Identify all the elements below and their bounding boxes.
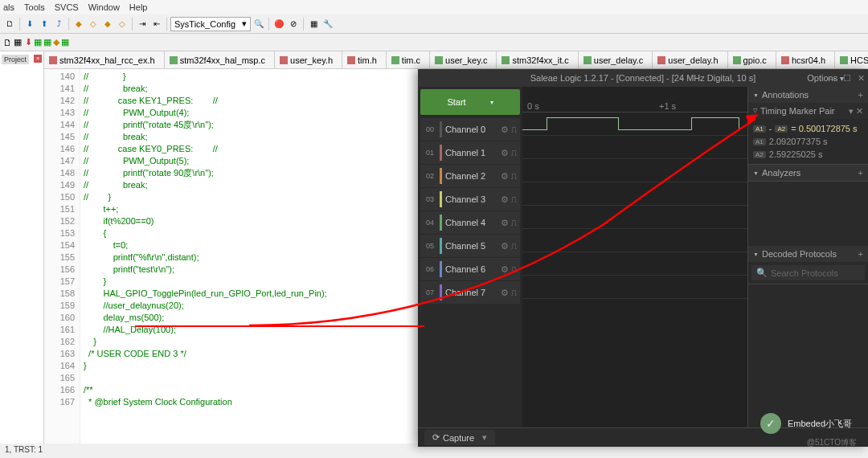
trigger-icon[interactable]: ⎍ [511, 218, 517, 228]
toolbar-1: 🗋 ⬇ ⬆ ⤴ ◆ ◇ ◆ ◇ ⇥ ⇤ SysTick_Config▾ 🔍 🔴 … [0, 14, 868, 34]
close-icon[interactable]: × [34, 55, 42, 63]
close-icon[interactable]: ✕ [858, 73, 865, 84]
indent-icon[interactable]: ⇥ [136, 18, 149, 31]
trigger-icon[interactable]: ⎍ [511, 241, 517, 251]
file-tab[interactable]: stm32f4xx_hal_rcc_ex.h [44, 51, 165, 68]
trigger-icon[interactable]: ⎍ [511, 264, 517, 275]
analyzers-panel-header[interactable]: ▼Analyzers+ [748, 165, 868, 181]
debug-icon[interactable]: 🔴 [272, 18, 285, 31]
channel-row[interactable]: 05Channel 5⚙⎍ [420, 235, 520, 257]
plus-icon[interactable]: + [858, 90, 863, 100]
project-panel: Project × [0, 51, 44, 444]
tool-icon[interactable]: 🗋 [3, 18, 16, 31]
trigger-icon[interactable]: ⎍ [511, 288, 517, 298]
file-tab[interactable]: HCSR04.c [835, 51, 868, 68]
file-tab[interactable]: hcsr04.h [776, 51, 835, 68]
timeline: 0 s +1 s [522, 87, 747, 112]
timing-value: A1-A2 = 0.500172875 s [753, 122, 863, 135]
trigger-icon[interactable]: ⎍ [511, 194, 517, 205]
line-gutter: 140 141 142 143 144 145 146 147 148 149 … [44, 69, 80, 444]
menu-item[interactable]: SVCS [55, 2, 79, 12]
capture-tab[interactable]: ⟳Capture▾ [424, 430, 495, 445]
file-tab[interactable]: user_key.h [275, 51, 342, 68]
file-tab[interactable]: tim.h [342, 51, 387, 68]
bookmark-icon[interactable]: ◆ [101, 18, 114, 31]
file-tab[interactable]: stm32f4xx_it.c [497, 51, 578, 68]
stop-icon[interactable]: ⊘ [287, 18, 300, 31]
saleae-titlebar: Saleae Logic 1.2.17 - [Connected] - [24 … [418, 69, 868, 87]
watermark: ✓ Embeded小飞哥 [760, 413, 852, 434]
gear-icon[interactable]: ⚙ [501, 264, 509, 275]
file-tab[interactable]: tim.c [387, 51, 430, 68]
channel-row[interactable]: 06Channel 6⚙⎍ [420, 258, 520, 280]
search-protocols-input[interactable]: 🔍Search Protocols [751, 265, 865, 280]
menu-bar: als Tools SVCS Window Help [0, 0, 868, 14]
file-tab[interactable]: stm32f4xx_hal_msp.c [165, 51, 275, 68]
wechat-icon: ✓ [760, 413, 781, 434]
target-icon[interactable]: ▦ [61, 37, 69, 47]
load-icon[interactable]: ⬇ [25, 37, 32, 47]
channel-row[interactable]: 02Channel 2⚙⎍ [420, 165, 520, 187]
start-button[interactable]: Start▾ [420, 89, 520, 115]
search-icon: 🔍 [756, 268, 768, 278]
rebuild-icon[interactable]: ▦ [43, 37, 51, 47]
file-tab[interactable]: gpio.c [728, 51, 776, 68]
channel-row[interactable]: 04Channel 4⚙⎍ [420, 211, 520, 234]
find-icon[interactable]: 🔍 [252, 18, 265, 31]
highlight-line [135, 325, 424, 327]
bookmark-icon[interactable]: ◇ [87, 18, 100, 31]
timing-value: A2 2.59225025 s [753, 148, 863, 161]
maximize-icon[interactable]: ☐ [843, 73, 851, 84]
channel-row[interactable]: 01Channel 1⚙⎍ [420, 141, 520, 164]
menu-item[interactable]: Tools [24, 2, 45, 12]
menu-item[interactable]: als [3, 2, 14, 12]
trigger-icon[interactable]: ⎍ [511, 125, 517, 135]
blog-watermark: @51CTO博客 [807, 437, 857, 448]
build-icon[interactable]: ▦ [34, 37, 42, 47]
run-icon[interactable]: ⤴ [52, 18, 65, 31]
gear-icon[interactable]: ⚙ [501, 148, 509, 158]
minimize-icon[interactable]: — [828, 73, 837, 84]
tool-icon[interactable]: ▦ [14, 37, 22, 47]
waveform-area[interactable]: 0 s +1 s [522, 87, 747, 427]
bookmark-icon[interactable]: ◇ [116, 18, 129, 31]
timing-value: A1 2.092077375 s [753, 135, 863, 148]
plus-icon[interactable]: + [858, 168, 863, 178]
config-combo[interactable]: SysTick_Config▾ [170, 17, 251, 31]
step-icon[interactable]: ⬇ [23, 18, 36, 31]
side-panels: ▼Annotations+ ▽Timing Marker Pair▾ ✕ A1-… [747, 87, 868, 427]
batch-icon[interactable]: ◆ [53, 37, 59, 47]
gear-icon[interactable]: ⚙ [501, 241, 509, 251]
file-tabs: stm32f4xx_hal_rcc_ex.hstm32f4xx_hal_msp.… [44, 51, 868, 69]
gear-icon[interactable]: ⚙ [501, 194, 509, 205]
step-out-icon[interactable]: ⬆ [38, 18, 51, 31]
menu-item[interactable]: Help [129, 2, 148, 12]
trigger-icon[interactable]: ⎍ [511, 148, 517, 158]
project-tab[interactable]: Project [2, 55, 29, 64]
channel-row[interactable]: 07Channel 7⚙⎍ [420, 281, 520, 304]
bookmark-icon[interactable]: ◆ [72, 18, 85, 31]
window-icon[interactable]: ▦ [307, 18, 320, 31]
gear-icon[interactable]: ⚙ [501, 288, 509, 298]
menu-item[interactable]: Window [88, 2, 120, 12]
tool-icon[interactable]: 🗋 [3, 38, 12, 47]
channel-row[interactable]: 00Channel 0⚙⎍ [420, 118, 520, 141]
config-icon[interactable]: 🔧 [321, 18, 334, 31]
file-tab[interactable]: user_delay.h [653, 51, 727, 68]
gear-icon[interactable]: ⚙ [501, 171, 509, 182]
file-tab[interactable]: user_key.c [430, 51, 497, 68]
channel-row[interactable]: 03Channel 3⚙⎍ [420, 188, 520, 211]
decoded-panel-header[interactable]: ▼Decoded Protocols+ [748, 246, 868, 262]
gear-icon[interactable]: ⚙ [501, 218, 509, 228]
file-tab[interactable]: user_delay.c [579, 51, 653, 68]
saleae-window: Saleae Logic 1.2.17 - [Connected] - [24 … [418, 69, 868, 447]
annotations-panel-header[interactable]: ▼Annotations+ [748, 87, 868, 103]
trigger-icon[interactable]: ⎍ [511, 171, 517, 182]
plus-icon[interactable]: + [858, 249, 863, 259]
timing-panel-header[interactable]: ▽Timing Marker Pair▾ ✕ [748, 103, 868, 119]
channel-panel: Start▾ 00Channel 0⚙⎍01Channel 1⚙⎍02Chann… [418, 87, 522, 427]
toolbar-2: 🗋 ▦ ⬇ ▦ ▦ ◆ ▦ [0, 34, 868, 51]
outdent-icon[interactable]: ⇤ [150, 18, 163, 31]
gear-icon[interactable]: ⚙ [501, 125, 509, 135]
